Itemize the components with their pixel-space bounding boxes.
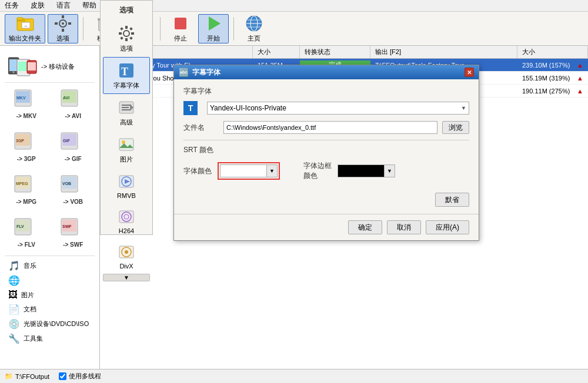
- font-color-picker[interactable]: ▼: [218, 162, 280, 180]
- save-default-button[interactable]: 默省: [435, 193, 469, 207]
- filename-row: 文件名 浏览: [183, 121, 469, 134]
- dialog-footer: 确定 取消 应用(A): [174, 214, 479, 240]
- font-section-title: 字幕字体: [183, 86, 469, 96]
- dialog-close-button[interactable]: ✕: [465, 68, 474, 77]
- cancel-label: 取消: [397, 223, 411, 233]
- dialog-title-text: 字幕字体: [192, 68, 220, 78]
- save-row: 默省: [183, 193, 469, 207]
- font-color-dropdown[interactable]: ▼: [267, 164, 278, 177]
- dialog-body: 字幕字体 T Yandex-UI-Icons-Private ▼ 文件名 浏览: [174, 79, 479, 214]
- font-color-swatch: [220, 164, 267, 177]
- apply-button[interactable]: 应用(A): [426, 220, 469, 234]
- dialog-overlay: 🔤 字幕字体 ✕ 字幕字体 T Yandex-UI-Icons-Private …: [0, 0, 588, 383]
- border-color-dropdown[interactable]: ▼: [385, 164, 395, 177]
- ok-label: 确定: [358, 223, 372, 233]
- apply-label: 应用(A): [436, 223, 459, 233]
- browse-button[interactable]: 浏览: [442, 121, 469, 134]
- ok-button[interactable]: 确定: [348, 220, 382, 234]
- cancel-button[interactable]: 取消: [387, 220, 421, 234]
- color-row: 字体颜色 ▼ 字体边框颜色 ▼: [183, 161, 469, 181]
- font-dialog: 🔤 字幕字体 ✕ 字幕字体 T Yandex-UI-Icons-Private …: [173, 65, 479, 241]
- save-default-label: 默省: [445, 195, 459, 205]
- font-type-icon: T: [183, 101, 198, 115]
- font-name-select[interactable]: Yandex-UI-Icons-Private ▼: [207, 102, 469, 115]
- border-color-swatch: [338, 164, 385, 177]
- dialog-title-content: 🔤 字幕字体: [179, 68, 220, 78]
- border-color-picker[interactable]: ▼: [338, 164, 395, 177]
- border-color-label: 字体边框颜色: [303, 161, 333, 181]
- border-color-group: 字体边框颜色 ▼: [303, 161, 395, 181]
- filename-label: 文件名: [183, 123, 219, 133]
- srt-title: SRT 颜色: [183, 145, 469, 155]
- dialog-title-icon: 🔤: [179, 68, 189, 77]
- dialog-titlebar: 🔤 字幕字体 ✕: [174, 65, 479, 79]
- font-color-group: 字体颜色 ▼: [183, 162, 280, 180]
- font-name-value: Yandex-UI-Icons-Private: [210, 104, 286, 112]
- srt-section: SRT 颜色 字体颜色 ▼ 字体边框颜色: [183, 145, 469, 181]
- font-color-label: 字体颜色: [183, 166, 213, 176]
- font-selector-row: T Yandex-UI-Icons-Private ▼: [183, 101, 469, 115]
- font-select-arrow: ▼: [461, 105, 466, 111]
- browse-label: 浏览: [449, 123, 463, 133]
- divider-1: [183, 140, 469, 140]
- filename-input[interactable]: [223, 121, 437, 134]
